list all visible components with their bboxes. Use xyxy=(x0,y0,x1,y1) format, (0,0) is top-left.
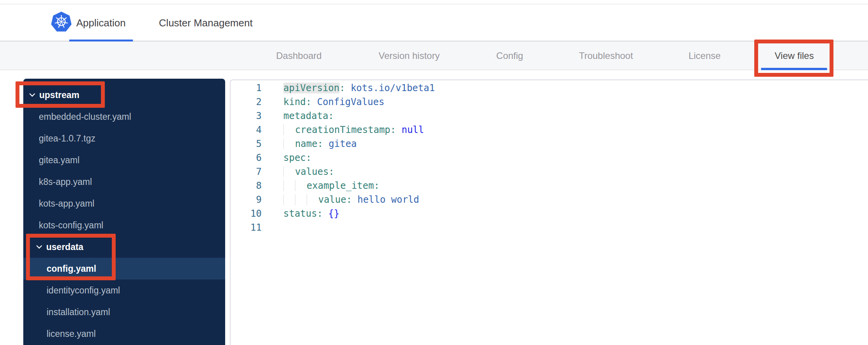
tree-file-kots-app.yaml[interactable]: kots-app.yaml xyxy=(23,193,225,214)
top-tab-application[interactable]: Application xyxy=(76,4,125,41)
file-viewer-panel[interactable]: 1apiVersion: kots.io/v1beta12kind: Confi… xyxy=(230,79,868,345)
code-line: 6spec: xyxy=(231,151,868,165)
app-subnav: DashboardVersion historyConfigTroublesho… xyxy=(0,41,868,70)
file-label: k8s-app.yaml xyxy=(39,177,92,187)
code-line: 11 xyxy=(231,221,868,235)
line-number: 11 xyxy=(231,221,262,235)
chevron-down-icon[interactable] xyxy=(36,245,42,249)
top-tab-cluster-management[interactable]: Cluster Management xyxy=(159,4,252,41)
code-text xyxy=(262,221,283,235)
code-text: value: hello world xyxy=(262,193,419,207)
line-number: 5 xyxy=(231,137,262,151)
code-line: 9 value: hello world xyxy=(231,193,868,207)
code-line: 7 values: xyxy=(231,165,868,179)
subnav-tab-troubleshoot[interactable]: Troubleshoot xyxy=(579,41,633,70)
subnav-tab-label: License xyxy=(689,50,721,61)
active-subtab-underline xyxy=(761,68,827,70)
tree-file-config.yaml[interactable]: config.yaml xyxy=(23,258,225,279)
subnav-tab-version-history[interactable]: Version history xyxy=(378,41,439,70)
file-label: kots-app.yaml xyxy=(39,198,94,209)
file-label: gitea.yaml xyxy=(39,155,80,166)
code-line: 5 name: gitea xyxy=(231,137,868,151)
top-tab-label: Application xyxy=(76,17,125,29)
tree-folder-userdata[interactable]: userdata xyxy=(23,236,225,258)
code-line: 3metadata: xyxy=(231,109,868,123)
subnav-tab-dashboard[interactable]: Dashboard xyxy=(276,41,321,70)
line-number: 3 xyxy=(231,109,262,123)
tree-file-gitea-1.0.7.tgz[interactable]: gitea-1.0.7.tgz xyxy=(23,128,225,149)
line-number: 7 xyxy=(231,165,262,179)
subnav-tab-label: View files xyxy=(775,50,814,61)
line-number: 10 xyxy=(231,207,262,221)
line-number: 4 xyxy=(231,123,262,137)
app-header: ApplicationCluster Management xyxy=(0,4,868,41)
code-text: kind: ConfigValues xyxy=(262,95,384,109)
subnav-tab-label: Config xyxy=(496,50,523,61)
folder-label: upstream xyxy=(39,90,80,100)
file-label: embedded-cluster.yaml xyxy=(39,112,131,122)
line-number: 1 xyxy=(231,81,262,95)
code-text: apiVersion: kots.io/v1beta1 xyxy=(262,81,435,95)
line-number: 9 xyxy=(231,193,262,207)
file-label: config.yaml xyxy=(47,264,96,274)
tree-file-license.yaml[interactable]: license.yaml xyxy=(23,323,225,345)
folder-label: userdata xyxy=(46,242,83,252)
code-line: 1apiVersion: kots.io/v1beta1 xyxy=(231,81,868,95)
chevron-down-icon[interactable] xyxy=(29,93,35,97)
tree-file-embedded-cluster.yaml[interactable]: embedded-cluster.yaml xyxy=(23,106,225,128)
file-label: gitea-1.0.7.tgz xyxy=(39,133,95,144)
code-text: values: xyxy=(262,165,334,179)
code-text: example_item: xyxy=(262,179,380,193)
tree-folder-upstream[interactable]: upstream xyxy=(23,84,225,106)
code-text: metadata: xyxy=(262,109,334,123)
code-line: 4 creationTimestamp: null xyxy=(231,123,868,137)
tree-file-kots-config.yaml[interactable]: kots-config.yaml xyxy=(23,214,225,236)
code-text: name: gitea xyxy=(262,137,357,151)
code-text: creationTimestamp: null xyxy=(262,123,424,137)
subnav-tab-label: Troubleshoot xyxy=(579,50,633,61)
code-text: status: {} xyxy=(262,207,340,221)
file-tree-sidebar: upstreamembedded-cluster.yamlgitea-1.0.7… xyxy=(23,79,225,345)
kubernetes-logo-icon[interactable] xyxy=(51,12,72,33)
tree-file-identityconfig.yaml[interactable]: identityconfig.yaml xyxy=(23,279,225,301)
subnav-tab-config[interactable]: Config xyxy=(496,41,523,70)
subnav-tab-view-files[interactable]: View files xyxy=(775,41,814,70)
tree-file-k8s-app.yaml[interactable]: k8s-app.yaml xyxy=(23,171,225,193)
code-line: 8 example_item: xyxy=(231,179,868,193)
code-line: 10status: {} xyxy=(231,207,868,221)
file-label: license.yaml xyxy=(47,329,96,339)
tree-file-installation.yaml[interactable]: installation.yaml xyxy=(23,301,225,323)
subnav-tab-label: Version history xyxy=(378,50,439,61)
top-tab-label: Cluster Management xyxy=(159,17,252,29)
subnav-tab-license[interactable]: License xyxy=(689,41,721,70)
subnav-tab-label: Dashboard xyxy=(276,50,321,61)
kots-admin-console: ApplicationCluster Management DashboardV… xyxy=(0,0,868,345)
file-label: identityconfig.yaml xyxy=(47,285,120,296)
file-label: installation.yaml xyxy=(47,307,110,317)
line-number: 8 xyxy=(231,179,262,193)
tree-file-gitea.yaml[interactable]: gitea.yaml xyxy=(23,149,225,171)
code-line: 2kind: ConfigValues xyxy=(231,95,868,109)
line-number: 2 xyxy=(231,95,262,109)
line-number: 6 xyxy=(231,151,262,165)
code-text: spec: xyxy=(262,151,311,165)
file-label: kots-config.yaml xyxy=(39,220,103,231)
